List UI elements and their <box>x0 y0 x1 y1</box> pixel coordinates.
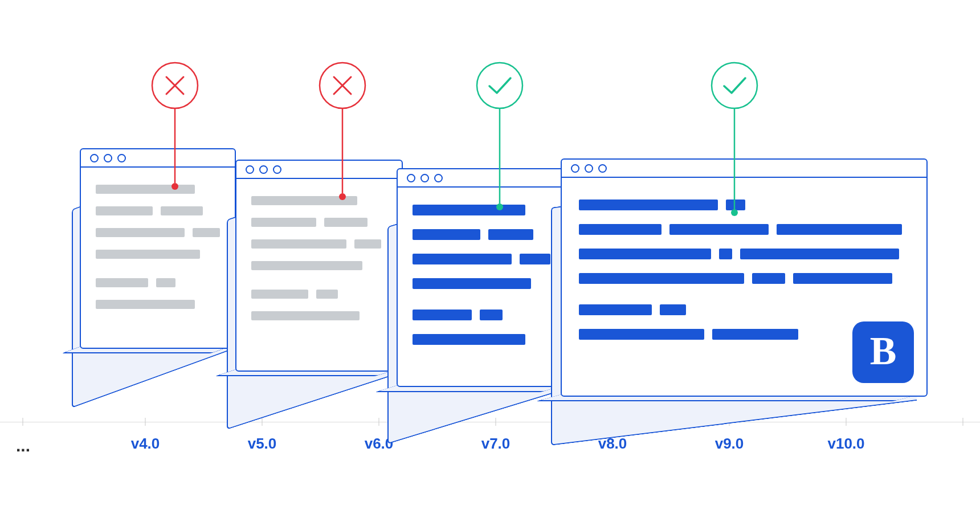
cross-icon <box>149 60 201 191</box>
svg-point-8 <box>496 203 503 210</box>
window-control-icon <box>598 164 607 173</box>
window-control-icon <box>407 174 415 182</box>
window-control-icon <box>571 164 579 173</box>
window-control-icon <box>259 165 268 174</box>
window-control-icon <box>117 154 126 162</box>
bootstrap-badge: B <box>852 321 914 383</box>
timeline-label: v9.0 <box>715 435 744 453</box>
window-content <box>96 185 220 336</box>
window-control-icon <box>420 174 429 182</box>
svg-point-11 <box>731 209 738 216</box>
cross-icon <box>317 60 368 202</box>
svg-point-9 <box>712 63 757 108</box>
window-content <box>251 196 387 359</box>
window-control-icon <box>246 165 254 174</box>
svg-point-5 <box>339 193 346 200</box>
timeline-ticks: ... v4.0 v5.0 v6.0 v7.0 v8.0 v9.0 v10.0 <box>0 418 980 435</box>
window-control-icon <box>104 154 112 162</box>
window-control-icon <box>585 164 593 173</box>
timeline-label: v5.0 <box>248 435 277 453</box>
status-success-marker <box>474 60 525 213</box>
window-control-icon <box>90 154 99 162</box>
svg-point-2 <box>172 183 178 190</box>
timeline-ellipsis: ... <box>16 436 30 455</box>
version-support-diagram: ... v4.0 v5.0 v6.0 v7.0 v8.0 v9.0 v10.0 <box>0 0 980 513</box>
timeline-label: v7.0 <box>481 435 511 453</box>
window-control-icon <box>273 165 281 174</box>
status-fail-marker <box>317 60 368 202</box>
badge-letter: B <box>870 328 897 374</box>
window-content <box>413 205 554 374</box>
check-icon <box>709 60 760 219</box>
timeline-label: v4.0 <box>131 435 160 453</box>
check-icon <box>474 60 525 213</box>
svg-point-6 <box>477 63 522 108</box>
status-success-marker <box>709 60 760 219</box>
status-fail-marker <box>149 60 201 191</box>
window-control-icon <box>434 174 443 182</box>
timeline-label: v10.0 <box>827 435 864 453</box>
